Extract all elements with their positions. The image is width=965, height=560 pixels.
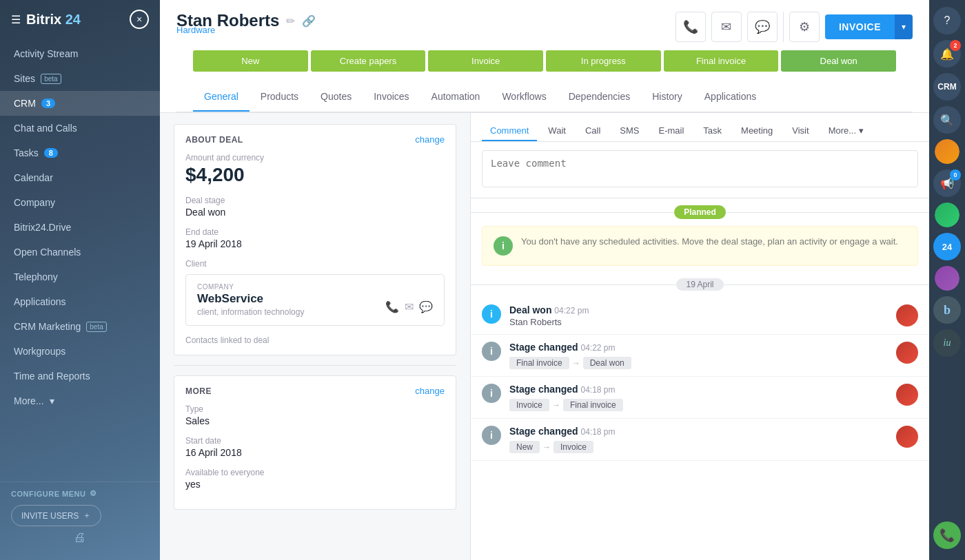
tab-general[interactable]: General [193,83,250,112]
user-avatar-3[interactable] [935,266,959,291]
avatar-group[interactable] [935,139,959,164]
stage-deal-won[interactable]: Deal won [781,50,896,72]
stage-new[interactable]: New [193,50,308,72]
activity-tab-meeting[interactable]: Meeting [733,121,781,141]
arrow-icon: → [572,358,580,368]
contacts-label: Contacts linked to deal [185,335,445,345]
call-button[interactable]: 📞 [933,521,961,549]
tab-history[interactable]: History [641,83,693,112]
tab-products[interactable]: Products [250,83,309,112]
close-button[interactable]: × [130,10,149,29]
activity-tab-comment[interactable]: Comment [482,121,537,141]
letter-b-button[interactable]: b [933,296,961,324]
amount-label: Amount and currency [185,153,445,163]
email-icon: ✉ [721,19,731,34]
hamburger-icon[interactable]: ☰ [11,13,21,26]
about-deal-card: ABOUT DEAL change Amount and currency $4… [174,124,456,355]
company-chat-icon[interactable]: 💬 [419,300,433,313]
email-button[interactable]: ✉ [711,12,742,42]
activity-tab-wait[interactable]: Wait [540,121,574,141]
available-value: yes [185,479,445,490]
activity-tab-sms[interactable]: SMS [611,121,647,141]
company-label: COMPANY [197,283,433,291]
activity-tab-call[interactable]: Call [577,121,609,141]
phone-button[interactable]: 📞 [676,12,706,42]
sidebar-item-crm-marketing[interactable]: CRM Marketing beta [0,314,160,339]
sidebar-label: Bitrix24.Drive [14,222,71,233]
end-date-field: End date 19 April 2018 [185,227,445,249]
b24-icon: 24 [942,242,952,252]
app-logo[interactable]: Bitrix 24 [26,12,81,28]
activity-tab-email[interactable]: E-mail [650,121,692,141]
chat-button[interactable]: 💬 [747,12,778,42]
notifications-button[interactable]: 🔔 2 [933,40,961,68]
stage-create-papers[interactable]: Create papers [311,50,426,72]
broadcast-button[interactable]: 📢 0 [933,169,961,197]
company-email-icon[interactable]: ✉ [405,300,414,313]
invoice-dropdown-button[interactable]: ▾ [895,14,913,39]
stage-final-invoice[interactable]: Final invoice [664,50,779,72]
activity-tab-visit[interactable]: Visit [784,121,817,141]
type-value: Sales [185,415,445,426]
sidebar-nav: Activity Stream Sites beta CRM 3 Chat an… [0,39,160,481]
link-icon[interactable]: 🔗 [302,14,316,28]
printer-icon[interactable]: 🖨 [11,530,149,545]
tab-automation[interactable]: Automation [420,83,491,112]
beta-tag: beta [86,322,106,332]
sidebar-item-tasks[interactable]: Tasks 8 [0,141,160,165]
sidebar-item-telephony[interactable]: Telephony [0,265,160,289]
sidebar-item-activity-stream[interactable]: Activity Stream [0,41,160,66]
sidebar-item-chat-calls[interactable]: Chat and Calls [0,116,160,141]
timeline-item: i Deal won 04:22 pm Stan Roberts [471,298,929,335]
help-button[interactable]: ? [933,7,961,34]
sidebar-item-bitrix24drive[interactable]: Bitrix24.Drive [0,215,160,240]
configure-menu-label: CONFIGURE MENU [11,490,85,498]
sidebar-item-open-channels[interactable]: Open Channels [0,240,160,265]
deal-stage-value: Deal won [185,207,445,218]
comment-input[interactable] [482,150,918,187]
planned-badge: Planned [674,205,726,219]
sidebar-item-applications[interactable]: Applications [0,289,160,314]
start-date-field: Start date 16 April 2018 [185,436,445,458]
configure-menu-button[interactable]: CONFIGURE MENU ⚙ [11,489,149,498]
activity-tab-more[interactable]: More... ▾ [820,121,872,141]
contacts-section: Contacts linked to deal [185,335,445,345]
script-button[interactable]: iu [933,329,961,357]
stage-invoice[interactable]: Invoice [428,50,543,72]
gear-icon: ⚙ [799,19,810,34]
avatar-profile[interactable] [935,203,959,227]
activity-tab-task[interactable]: Task [695,121,730,141]
available-field: Available to everyone yes [185,468,445,490]
amount-field: Amount and currency $4,200 [185,153,445,186]
timeline: Planned i You don't have any scheduled a… [471,198,929,560]
invite-users-button[interactable]: INVITE USERS ＋ [11,505,101,526]
tab-applications[interactable]: Applications [693,83,768,112]
sidebar-item-sites[interactable]: Sites beta [0,66,160,91]
timeline-item: i Stage changed 04:18 pm New → Invoice [471,419,929,461]
edit-icon[interactable]: ✏ [286,14,295,28]
stage-in-progress[interactable]: In progress [546,50,661,72]
about-deal-change-link[interactable]: change [415,134,445,145]
search-button[interactable]: 🔍 [933,106,961,134]
sidebar-item-crm[interactable]: CRM 3 [0,91,160,116]
sidebar-item-company[interactable]: Company [0,190,160,215]
company-phone-icon[interactable]: 📞 [385,300,399,313]
tab-invoices[interactable]: Invoices [363,83,420,112]
gear-button[interactable]: ⚙ [789,12,820,42]
sidebar-item-calendar[interactable]: Calendar [0,165,160,190]
main-area: Stan Roberts ✏ 🔗 Hardware 📞 ✉ 💬 ⚙ [160,0,929,560]
broadcast-badge: 0 [950,169,961,180]
tab-workflows[interactable]: Workflows [491,83,557,112]
tasks-badge: 8 [44,148,58,158]
tab-quotes[interactable]: Quotes [309,83,363,112]
invoice-button[interactable]: INVOICE [825,14,895,39]
tab-dependencies[interactable]: Dependencies [558,83,642,112]
more-change-link[interactable]: change [415,386,445,396]
crm-button[interactable]: CRM [933,73,961,101]
b24-button[interactable]: 24 [933,233,961,260]
sidebar-item-time-reports[interactable]: Time and Reports [0,364,160,388]
sidebar-item-more[interactable]: More... ▾ [0,388,160,413]
type-field: Type Sales [185,404,445,426]
sidebar-item-workgroups[interactable]: Workgroups [0,339,160,364]
sidebar-label: Activity Stream [14,48,78,59]
